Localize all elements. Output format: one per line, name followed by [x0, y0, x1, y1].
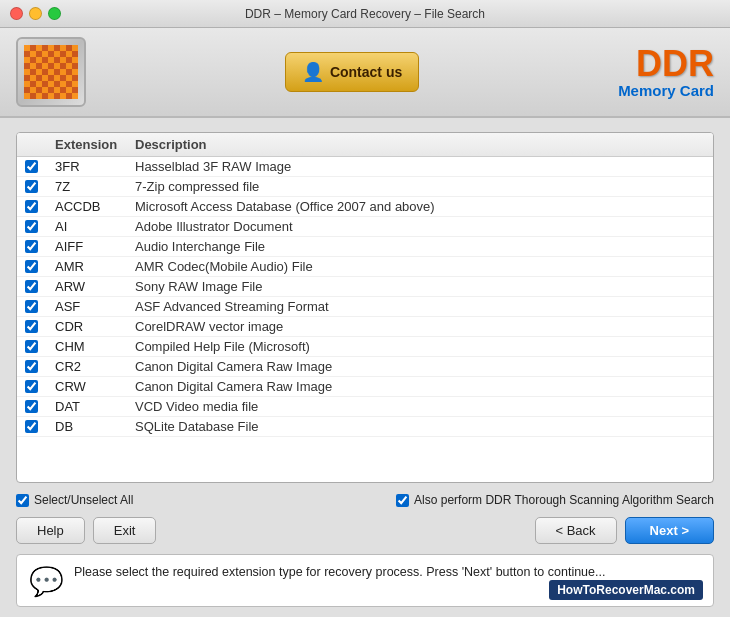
table-body[interactable]: 3FR Hasselblad 3F RAW Image 7Z 7-Zip com…: [17, 157, 713, 482]
row-extension: AI: [55, 219, 135, 234]
header: 👤 Contact us DDR Memory Card: [0, 28, 730, 118]
brand-title: DDR: [618, 46, 714, 82]
row-description: Hasselblad 3F RAW Image: [135, 159, 705, 174]
table-row[interactable]: AIFF Audio Interchange File: [17, 237, 713, 257]
row-extension: 7Z: [55, 179, 135, 194]
help-button[interactable]: Help: [16, 517, 85, 544]
row-checkbox[interactable]: [25, 180, 38, 193]
thorough-scan-checkbox[interactable]: [396, 494, 409, 507]
table-row[interactable]: ASF ASF Advanced Streaming Format: [17, 297, 713, 317]
table-row[interactable]: DAT VCD Video media file: [17, 397, 713, 417]
contact-button[interactable]: 👤 Contact us: [285, 52, 419, 92]
row-description: ASF Advanced Streaming Format: [135, 299, 705, 314]
app-logo: [16, 37, 86, 107]
row-check-cell[interactable]: [25, 280, 55, 293]
row-extension: CR2: [55, 359, 135, 374]
watermark: HowToRecoverMac.com: [549, 580, 703, 600]
contact-label: Contact us: [330, 64, 402, 80]
table-row[interactable]: 3FR Hasselblad 3F RAW Image: [17, 157, 713, 177]
table-row[interactable]: AI Adobe Illustrator Document: [17, 217, 713, 237]
row-extension: AMR: [55, 259, 135, 274]
row-checkbox[interactable]: [25, 280, 38, 293]
table-row[interactable]: CDR CorelDRAW vector image: [17, 317, 713, 337]
buttons-row: Help Exit < Back Next >: [16, 517, 714, 544]
file-type-table: Extension Description 3FR Hasselblad 3F …: [16, 132, 714, 483]
row-checkbox[interactable]: [25, 200, 38, 213]
row-checkbox[interactable]: [25, 240, 38, 253]
exit-button[interactable]: Exit: [93, 517, 157, 544]
row-extension: AIFF: [55, 239, 135, 254]
window-controls[interactable]: [10, 7, 61, 20]
thorough-scan-label[interactable]: Also perform DDR Thorough Scanning Algor…: [396, 493, 714, 507]
row-check-cell[interactable]: [25, 300, 55, 313]
table-row[interactable]: ACCDB Microsoft Access Database (Office …: [17, 197, 713, 217]
select-all-text: Select/Unselect All: [34, 493, 133, 507]
row-description: Microsoft Access Database (Office 2007 a…: [135, 199, 705, 214]
table-row[interactable]: DB SQLite Database File: [17, 417, 713, 437]
row-check-cell[interactable]: [25, 340, 55, 353]
row-extension: ASF: [55, 299, 135, 314]
row-check-cell[interactable]: [25, 400, 55, 413]
row-extension: DAT: [55, 399, 135, 414]
row-check-cell[interactable]: [25, 360, 55, 373]
row-description: VCD Video media file: [135, 399, 705, 414]
info-text: Please select the required extension typ…: [74, 563, 605, 582]
logo-checker-icon: [24, 45, 78, 99]
row-checkbox[interactable]: [25, 380, 38, 393]
next-button[interactable]: Next >: [625, 517, 714, 544]
table-row[interactable]: 7Z 7-Zip compressed file: [17, 177, 713, 197]
titlebar: DDR – Memory Card Recovery – File Search: [0, 0, 730, 28]
row-check-cell[interactable]: [25, 180, 55, 193]
window-title: DDR – Memory Card Recovery – File Search: [245, 7, 485, 21]
info-icon: 💬: [29, 565, 64, 598]
row-extension: 3FR: [55, 159, 135, 174]
minimize-button[interactable]: [29, 7, 42, 20]
row-check-cell[interactable]: [25, 260, 55, 273]
select-all-label[interactable]: Select/Unselect All: [16, 493, 133, 507]
row-description: AMR Codec(Mobile Audio) File: [135, 259, 705, 274]
close-button[interactable]: [10, 7, 23, 20]
table-row[interactable]: ARW Sony RAW Image File: [17, 277, 713, 297]
row-checkbox[interactable]: [25, 260, 38, 273]
row-description: CorelDRAW vector image: [135, 319, 705, 334]
row-checkbox[interactable]: [25, 300, 38, 313]
contact-icon: 👤: [302, 61, 324, 83]
thorough-scan-text: Also perform DDR Thorough Scanning Algor…: [414, 493, 714, 507]
row-check-cell[interactable]: [25, 160, 55, 173]
info-bar: 💬 Please select the required extension t…: [16, 554, 714, 607]
row-description: Audio Interchange File: [135, 239, 705, 254]
select-all-checkbox[interactable]: [16, 494, 29, 507]
row-checkbox[interactable]: [25, 160, 38, 173]
row-check-cell[interactable]: [25, 380, 55, 393]
row-checkbox[interactable]: [25, 320, 38, 333]
row-description: Canon Digital Camera Raw Image: [135, 359, 705, 374]
controls-row: Select/Unselect All Also perform DDR Tho…: [16, 493, 714, 507]
row-checkbox[interactable]: [25, 400, 38, 413]
row-check-cell[interactable]: [25, 220, 55, 233]
header-description-col: Description: [135, 137, 705, 152]
row-checkbox[interactable]: [25, 360, 38, 373]
row-checkbox[interactable]: [25, 220, 38, 233]
back-button[interactable]: < Back: [535, 517, 617, 544]
header-extension-col: Extension: [55, 137, 135, 152]
row-check-cell[interactable]: [25, 420, 55, 433]
row-description: Compiled Help File (Microsoft): [135, 339, 705, 354]
table-header: Extension Description: [17, 133, 713, 157]
brand-subtitle: Memory Card: [618, 82, 714, 99]
brand: DDR Memory Card: [618, 46, 714, 99]
table-row[interactable]: AMR AMR Codec(Mobile Audio) File: [17, 257, 713, 277]
table-row[interactable]: CRW Canon Digital Camera Raw Image: [17, 377, 713, 397]
row-description: Canon Digital Camera Raw Image: [135, 379, 705, 394]
row-check-cell[interactable]: [25, 320, 55, 333]
header-check-col: [25, 137, 55, 152]
row-checkbox[interactable]: [25, 340, 38, 353]
row-check-cell[interactable]: [25, 200, 55, 213]
table-row[interactable]: CR2 Canon Digital Camera Raw Image: [17, 357, 713, 377]
maximize-button[interactable]: [48, 7, 61, 20]
row-extension: CHM: [55, 339, 135, 354]
row-description: SQLite Database File: [135, 419, 705, 434]
row-check-cell[interactable]: [25, 240, 55, 253]
row-checkbox[interactable]: [25, 420, 38, 433]
table-row[interactable]: CHM Compiled Help File (Microsoft): [17, 337, 713, 357]
row-extension: CRW: [55, 379, 135, 394]
